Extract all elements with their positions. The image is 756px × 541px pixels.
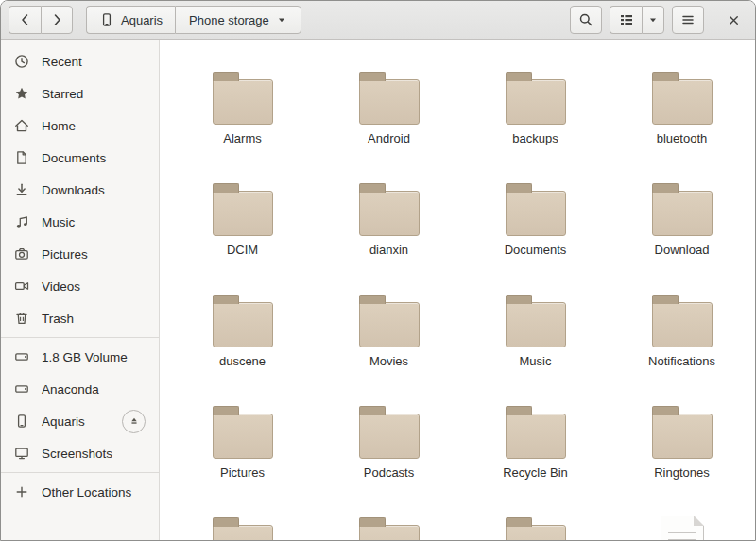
sidebar: Recent Starred Home Documents [1,40,160,540]
sidebar-label: Documents [42,151,106,165]
folder-tile[interactable]: backups [462,51,609,162]
sidebar-item-music[interactable]: Music [1,206,159,238]
folder-tile[interactable]: duscene [169,274,316,385]
forward-button[interactable] [41,6,73,34]
sidebar-label: Pictures [42,247,88,262]
folder-name: backups [512,131,558,145]
folder-tile[interactable]: Recycle Bin [462,385,609,497]
sidebar-label: 1.8 GB Volume [42,350,128,364]
sidebar-label: Trash [42,312,74,326]
sidebar-item-videos[interactable]: Videos [1,270,159,302]
folder-icon [359,191,420,236]
search-button[interactable] [570,6,602,34]
chevron-down-icon [647,14,659,25]
pathbar-device-label: Aquaris [121,13,163,27]
pathbar-device-button[interactable]: Aquaris [86,6,175,34]
text-file-icon [661,516,704,540]
folder-tile[interactable]: Documents [462,162,609,274]
folder-icon [506,302,566,347]
folder-name: Alarms [223,131,261,145]
sidebar-label: Home [42,119,76,133]
sidebar-label: Starred [42,87,83,101]
folder-name: Recycle Bin [503,465,568,480]
smartphone-icon [99,12,114,27]
sidebar-item-other-locations[interactable]: Other Locations [1,476,159,508]
folder-tile[interactable]: Pictures [169,385,316,497]
folder-tile[interactable]: Movies [316,274,462,385]
folder-tile[interactable]: dianxin [316,162,462,274]
folder-name: duscene [219,354,266,368]
folder-tile[interactable] [316,497,462,540]
chevron-down-icon [276,14,287,25]
folder-icon [359,79,420,125]
eject-icon [129,415,140,427]
folder-name: Documents [505,243,567,257]
trash-icon [14,311,29,326]
sidebar-item-documents[interactable]: Documents [1,142,159,174]
sidebar-item-home[interactable]: Home [1,110,159,142]
view-list-button[interactable] [610,6,642,34]
document-icon [14,150,29,165]
sidebar-item-aquaris[interactable]: Aquaris [1,405,159,437]
sidebar-label: Aquaris [42,414,85,429]
folder-icon [506,525,566,540]
smartphone-icon [14,414,29,429]
folder-name: Ringtones [654,465,710,480]
sidebar-item-screenshots[interactable]: Screenshots [1,437,159,469]
clock-icon [14,54,29,69]
menu-button[interactable] [672,6,704,34]
sidebar-item-anaconda[interactable]: Anaconda [1,373,159,405]
folder-icon [213,302,273,347]
forward-chevron-icon [49,12,64,27]
folder-icon [359,414,420,459]
folder-tile[interactable]: Ringtones [609,385,755,497]
folder-name: Music [520,354,552,368]
folder-tile[interactable]: Alarms [169,51,316,162]
close-button[interactable] [719,6,747,34]
headerbar: Aquaris Phone storage [1,1,755,40]
home-icon [14,118,29,133]
folder-icon [213,414,273,459]
back-button[interactable] [9,6,41,34]
sidebar-item-recent[interactable]: Recent [1,45,159,77]
folder-icon [506,79,566,125]
list-view-icon [619,12,634,27]
download-arrow-icon [14,182,29,197]
folder-tile[interactable] [169,497,316,540]
eject-button[interactable] [122,410,146,433]
sidebar-label: Recent [42,55,82,69]
folder-icon [359,525,420,540]
file-manager-window: Aquaris Phone storage [0,0,756,541]
sidebar-item-starred[interactable]: Starred [1,77,159,110]
pathbar-location-button[interactable]: Phone storage [175,6,301,34]
folder-name: bluetooth [657,131,708,145]
folder-icon [506,191,566,236]
folder-tile[interactable] [462,497,609,540]
hamburger-menu-icon [680,12,696,27]
sidebar-item-trash[interactable]: Trash [1,302,159,334]
folder-tile[interactable]: Music [462,274,609,385]
sidebar-item-pictures[interactable]: Pictures [1,238,159,270]
close-icon [727,13,741,27]
folder-name: Android [368,131,410,145]
sidebar-label: Anaconda [42,382,99,397]
file-tile[interactable] [609,497,755,540]
folder-tile[interactable]: Notifications [609,274,755,385]
sidebar-item-volume[interactable]: 1.8 GB Volume [1,341,159,373]
camera-icon [14,246,29,262]
folder-name: Notifications [648,354,715,368]
folder-icon [652,79,713,125]
folder-icon [213,191,273,236]
folder-tile[interactable]: Download [609,162,755,274]
folder-tile[interactable]: DCIM [169,162,316,274]
folder-tile[interactable]: Podcasts [316,385,462,497]
folder-tile[interactable]: Android [316,51,462,162]
folder-icon [213,525,273,540]
sidebar-label: Screenshots [42,447,112,461]
folder-tile[interactable]: bluetooth [609,51,755,162]
star-icon [14,86,29,101]
folder-name: DCIM [227,243,258,257]
sidebar-item-downloads[interactable]: Downloads [1,174,159,206]
view-options-dropdown[interactable] [642,6,664,34]
window-body: Recent Starred Home Documents [1,40,755,540]
